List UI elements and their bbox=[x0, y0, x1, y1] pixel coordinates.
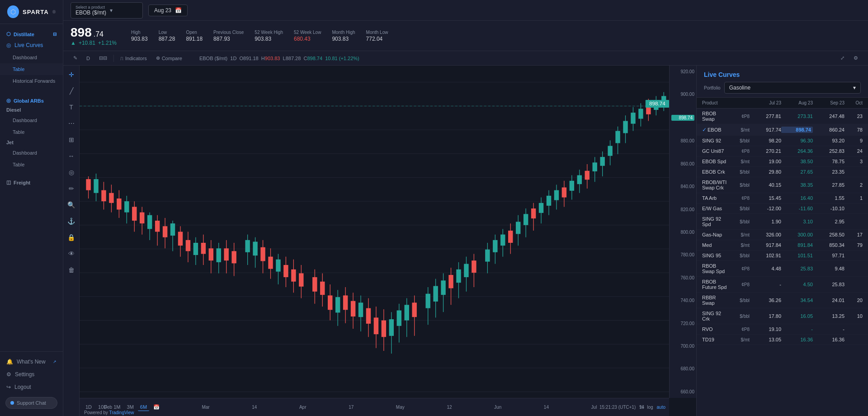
pencil-tool-button[interactable]: ✎ bbox=[71, 54, 80, 62]
sidebar-item-freight[interactable]: ◫ Freight bbox=[0, 178, 63, 187]
table-row[interactable]: ✓EBOB$/mt917.74898.74860.2478 bbox=[697, 124, 868, 136]
lock-tool[interactable]: 🔒 bbox=[66, 232, 77, 243]
table-row[interactable]: E/W Gas$/bbl-12.00-11.60-10.10 bbox=[697, 203, 868, 214]
table-row[interactable]: TA Arb¢P815.4516.401.551 bbox=[697, 193, 868, 203]
tf-1d-button[interactable]: 1D bbox=[83, 403, 94, 411]
table-row[interactable]: Gas-Nap$/mt326.00300.00258.5017 bbox=[697, 230, 868, 240]
svg-rect-99 bbox=[425, 294, 430, 308]
tf-3m-button[interactable]: 3M bbox=[125, 403, 136, 411]
svg-rect-77 bbox=[335, 297, 340, 312]
date-selector[interactable]: Aug 23 📅 bbox=[148, 5, 188, 16]
svg-rect-39 bbox=[178, 232, 183, 246]
tf-1m-button[interactable]: 1M bbox=[111, 403, 123, 411]
close-icon[interactable] bbox=[52, 10, 56, 14]
sidebar-item-logout[interactable]: ↪ Logout bbox=[0, 381, 63, 393]
tf-10d-button[interactable]: 10D bbox=[96, 403, 109, 411]
svg-rect-29 bbox=[140, 213, 144, 224]
svg-rect-135 bbox=[570, 181, 574, 191]
table-row[interactable]: EBOB Spd$/mt19.0038.5078.753 bbox=[697, 156, 868, 167]
product-name-cell: GC Uni87 bbox=[702, 148, 727, 154]
indicators-icon: ⎍ bbox=[120, 56, 123, 61]
table-row[interactable]: RBBR Swap$/bbl36.2634.5424.0120 bbox=[697, 293, 868, 308]
svg-rect-87 bbox=[374, 317, 378, 334]
draw-line-tool[interactable]: ╱ bbox=[66, 85, 77, 96]
sidebar-item-diesel[interactable]: Diesel bbox=[0, 105, 63, 114]
table-row[interactable]: TD19$/mt13.0516.3616.36 bbox=[697, 335, 868, 345]
external-link-icon: ↗ bbox=[53, 359, 57, 364]
log-toggle[interactable]: log bbox=[647, 405, 653, 410]
settings-button[interactable]: ⚙ bbox=[851, 54, 861, 62]
product-name-cell: RBBR Swap bbox=[702, 295, 727, 306]
product-name-cell: SING 92 Crk bbox=[702, 311, 727, 321]
sidebar-item-table-diesel[interactable]: Table bbox=[0, 126, 63, 138]
svg-rect-45 bbox=[201, 243, 206, 254]
aug-cell: 34.54 bbox=[781, 298, 813, 303]
y-label-760: 760.00 bbox=[671, 275, 694, 280]
aug-cell: 273.31 bbox=[781, 113, 813, 119]
text-tool[interactable]: T bbox=[66, 102, 77, 113]
sidebar-item-settings[interactable]: ⚙ Settings bbox=[0, 368, 63, 381]
zoom-tool[interactable]: 🔍 bbox=[66, 199, 77, 210]
sidebar-item-dashboard-jet[interactable]: Dashboard bbox=[0, 147, 63, 159]
stat-52wk-low-label: 52 Week Low bbox=[294, 30, 321, 35]
table-row[interactable]: RVO¢P819.10-- bbox=[697, 324, 868, 335]
pattern-tool[interactable]: ⊞ bbox=[66, 134, 77, 145]
svg-text:898.74: 898.74 bbox=[649, 101, 665, 107]
table-row[interactable]: SING 95$/bbl102.91101.5197.71 bbox=[697, 251, 868, 261]
table-row[interactable]: SING 92$/bbl98.2096.3093.209 bbox=[697, 136, 868, 146]
table-row[interactable]: SING 92 Crk$/bbl17.8016.0513.2510 bbox=[697, 308, 868, 324]
table-row[interactable]: EBOB Crk$/bbl29.8027.6523.35 bbox=[697, 167, 868, 177]
unit-cell: $/bbl bbox=[727, 206, 750, 211]
x-label-apr17: 17 bbox=[349, 405, 354, 410]
timeframe-d-button[interactable]: D bbox=[84, 54, 93, 62]
sidebar-item-historical-forwards[interactable]: Historical Forwards bbox=[0, 75, 63, 87]
sidebar-item-table-jet[interactable]: Table bbox=[0, 159, 63, 170]
measure-tool[interactable]: ↔ bbox=[66, 151, 77, 161]
trash-tool[interactable]: 🗑 bbox=[66, 265, 77, 275]
sidebar-item-whats-new[interactable]: 🔔 What's New ↗ bbox=[0, 355, 63, 368]
product-name-cell: RVO bbox=[702, 326, 727, 332]
fullscreen-button[interactable]: ⤢ bbox=[838, 54, 847, 62]
tf-calendar-button[interactable]: 📅 bbox=[151, 403, 162, 411]
candlestick-chart[interactable]: 898.74 bbox=[80, 66, 669, 398]
pct-toggle[interactable]: % bbox=[639, 405, 643, 410]
table-row[interactable]: Med$/mt917.84891.84850.3479 bbox=[697, 240, 868, 251]
fib-tool[interactable]: ⋯ bbox=[66, 118, 77, 129]
x-label-may12: 12 bbox=[447, 405, 452, 410]
crosshair-tool[interactable]: ✛ bbox=[66, 69, 77, 80]
table-row[interactable]: SING 92 Spd$/bbl1.903.102.95 bbox=[697, 214, 868, 230]
eye-tool[interactable]: 👁 bbox=[66, 248, 77, 259]
table-row[interactable]: GC Uni87¢P8270.21264.36252.8324 bbox=[697, 146, 868, 156]
sidebar-item-global-arbs[interactable]: ◎ Global ARBs bbox=[0, 94, 63, 105]
sidebar-item-distillate[interactable]: ⬡ Distillate ⊟ bbox=[0, 28, 63, 39]
aug-cell: 38.35 bbox=[781, 182, 813, 188]
svg-rect-57 bbox=[253, 242, 257, 256]
table-row[interactable]: RBOB Swap¢P8277.81273.31247.4823 bbox=[697, 109, 868, 124]
table-row[interactable]: RBOB Future Spd¢P8-4.5025.83 bbox=[697, 277, 868, 293]
sidebar-item-dashboard-diesel[interactable]: Dashboard bbox=[0, 114, 63, 126]
indicators-button[interactable]: ⎍ Indicators bbox=[118, 54, 150, 62]
col-sep23: Sep 23 bbox=[813, 100, 844, 105]
brush-tool[interactable]: ✏ bbox=[66, 183, 77, 194]
candle-type-button[interactable]: ⊟⊟ bbox=[96, 54, 110, 62]
compare-button[interactable]: ⊕ Compare bbox=[153, 54, 185, 62]
jul-cell: 19.10 bbox=[750, 326, 781, 332]
table-row[interactable]: RBOB/WTI Swap Crk$/bbl40.1538.3527.852 bbox=[697, 177, 868, 193]
table-row[interactable]: RBOB Swap Spd¢P84.4825.839.48 bbox=[697, 261, 868, 277]
product-select[interactable]: Select a product EBOB ($/mt) ▾ bbox=[71, 2, 143, 19]
circle-tool[interactable]: ◎ bbox=[66, 167, 77, 178]
svg-rect-65 bbox=[283, 265, 288, 277]
sep-cell: 23.35 bbox=[813, 169, 844, 175]
sidebar-item-live-curves[interactable]: ◎ Live Curves bbox=[0, 39, 63, 52]
svg-rect-75 bbox=[328, 295, 332, 310]
expand-icon: ⊟ bbox=[53, 32, 57, 37]
support-chat-button[interactable]: Support Chat bbox=[5, 397, 57, 409]
sidebar-item-jet[interactable]: Jet bbox=[0, 138, 63, 147]
anchor-tool[interactable]: ⚓ bbox=[66, 216, 77, 227]
portfolio-select[interactable]: Gasoline ▾ bbox=[724, 82, 861, 94]
sidebar-item-dashboard-distillate[interactable]: Dashboard bbox=[0, 52, 63, 63]
auto-toggle[interactable]: auto bbox=[657, 405, 665, 410]
tf-6m-button[interactable]: 6M bbox=[138, 403, 149, 411]
tradingview-link[interactable]: TradingView bbox=[109, 410, 134, 415]
sidebar-item-table[interactable]: Table bbox=[0, 63, 63, 75]
